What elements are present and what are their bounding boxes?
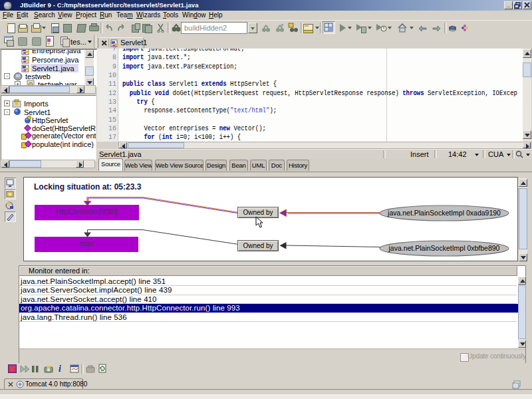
svg-text:java.net.PlainSocketImpl 0xada: java.net.PlainSocketImpl 0xada9190 bbox=[387, 209, 501, 217]
svg-text:?: ? bbox=[281, 23, 283, 28]
svg-text:java.net.PlainSocketImpl 0xbfb: java.net.PlainSocketImpl 0xbfbe890 bbox=[388, 244, 500, 252]
